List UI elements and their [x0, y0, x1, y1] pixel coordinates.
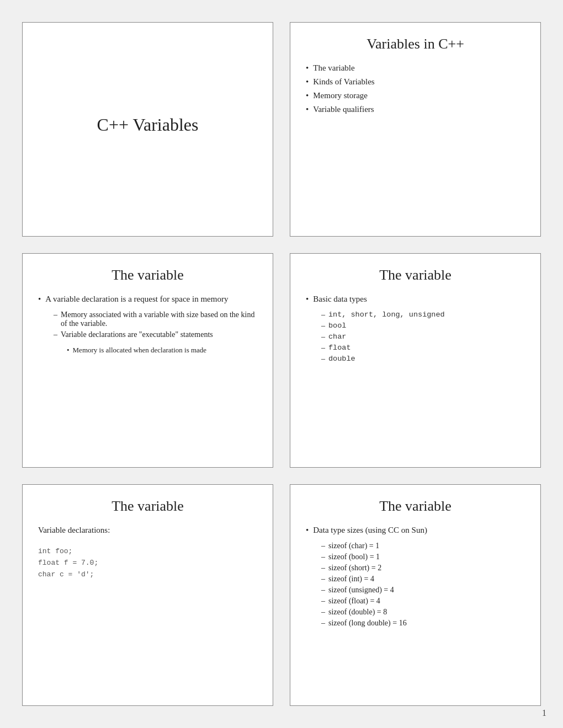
- slide-5: The variable Variable declarations: int …: [22, 484, 273, 706]
- slide-2: Variables in C++ The variable Kinds of V…: [290, 22, 541, 237]
- list-item: Variable qualifiers: [306, 105, 525, 114]
- slide-6: The variable Data type sizes (using CC o…: [290, 484, 541, 706]
- slide-6-main-list: Data type sizes (using CC on Sun): [306, 526, 525, 539]
- slide-2-title: Variables in C++: [306, 36, 525, 52]
- sub-sub-list-item: Memory is allocated when declaration is …: [67, 346, 257, 355]
- slide-3: The variable A variable declaration is a…: [22, 253, 273, 468]
- sub-list-item: Memory associated with a variable with s…: [54, 311, 257, 328]
- sub-list-item: sizeof (unsigned) = 4: [321, 586, 525, 595]
- sub-list-item: Variable declarations are "executable" s…: [54, 330, 257, 339]
- slide-1-title: C++ Variables: [97, 115, 199, 135]
- sub-list-item: float: [321, 344, 525, 352]
- sub-list-item: int, short, long, unsigned: [321, 311, 525, 319]
- list-item: Kinds of Variables: [306, 77, 525, 87]
- sub-list-item: double: [321, 355, 525, 363]
- slide-4-title: The variable: [306, 267, 525, 283]
- sub-list-item: sizeof (bool) = 1: [321, 553, 525, 561]
- list-item: The variable: [306, 63, 525, 73]
- sub-list-item: sizeof (double) = 8: [321, 608, 525, 617]
- slide-3-title: The variable: [38, 267, 257, 283]
- page-number: 1: [542, 708, 546, 718]
- sub-list-item: char: [321, 333, 525, 341]
- sub-list-item: sizeof (long double) = 16: [321, 619, 525, 628]
- slide-5-title: The variable: [38, 498, 257, 515]
- slide-3-list: A variable declaration is a request for …: [38, 295, 257, 308]
- slide-2-list: The variable Kinds of Variables Memory s…: [306, 63, 525, 119]
- sub-list-item: bool: [321, 322, 525, 330]
- presentation-page: C++ Variables Variables in C++ The varia…: [0, 0, 563, 728]
- list-item: Data type sizes (using CC on Sun): [306, 526, 525, 535]
- sub-list-item: sizeof (char) = 1: [321, 542, 525, 550]
- slide-4-main-list: Basic data types: [306, 295, 525, 308]
- sub-list-item: sizeof (short) = 2: [321, 564, 525, 572]
- list-item: A variable declaration is a request for …: [38, 295, 257, 304]
- sub-list-item: sizeof (int) = 4: [321, 575, 525, 584]
- slide-5-label: Variable declarations:: [38, 526, 257, 535]
- list-item: Memory storage: [306, 91, 525, 100]
- slide-1: C++ Variables: [22, 22, 273, 237]
- slide-6-title: The variable: [306, 498, 525, 515]
- list-item: Basic data types: [306, 295, 525, 304]
- slide-5-code: int foo; float f = 7.0; char c = 'd';: [38, 546, 257, 580]
- slide-4: The variable Basic data types int, short…: [290, 253, 541, 468]
- sub-list-item: sizeof (float) = 4: [321, 597, 525, 606]
